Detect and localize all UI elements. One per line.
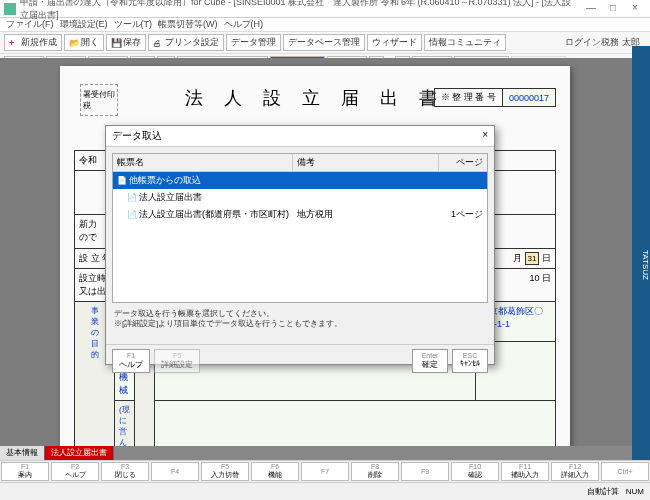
fkey-f7[interactable]: F7: [301, 462, 349, 481]
dialog-confirm-button[interactable]: Enter確定: [412, 349, 448, 373]
menu-tool[interactable]: ツール(T): [114, 18, 153, 31]
dialog-close-button[interactable]: ×: [482, 129, 488, 143]
new-button[interactable]: 新規作成: [4, 34, 62, 51]
fkey-f6[interactable]: F6機能: [251, 462, 299, 481]
db-manager-button[interactable]: データベース管理: [283, 34, 365, 51]
menu-file[interactable]: ファイル(F): [6, 18, 54, 31]
plus-icon: [9, 38, 19, 48]
list-item[interactable]: 法人設立届出書(都道府県・市区町村) 地方税用 1ページ: [113, 206, 487, 223]
doc-tab-basic[interactable]: 基本情報: [0, 446, 45, 460]
doc-tab-setup[interactable]: 法人設立届出書: [45, 446, 114, 460]
wizard-button[interactable]: ウィザード: [367, 34, 422, 51]
status-num: NUM: [626, 487, 644, 496]
data-import-dialog: データ取込 × 帳票名 備考 ページ 他帳票からの取込 法人設立届出書 法人設立…: [105, 125, 495, 365]
close-button[interactable]: ×: [624, 2, 646, 16]
printer-icon: [153, 38, 163, 48]
fkey-f12[interactable]: F12詳細入力: [551, 462, 599, 481]
maximize-button[interactable]: □: [602, 2, 624, 16]
dialog-hint-2: ※[詳細設定]より項目単位でデータ取込を行うこともできます。: [114, 319, 486, 329]
fkey-f9[interactable]: F9: [401, 462, 449, 481]
col-form-name[interactable]: 帳票名: [113, 154, 293, 171]
dialog-detail-button: F5詳細設定: [154, 349, 200, 373]
right-brand-bar: TATSUZ: [632, 46, 650, 480]
app-icon: [4, 3, 16, 15]
status-autocalc: 自動計算: [587, 487, 619, 496]
fkey-f4[interactable]: F4: [151, 462, 199, 481]
document-icon: [127, 192, 139, 202]
document-icon: [117, 175, 129, 185]
fkey-ctrl[interactable]: Ctrl+: [601, 462, 649, 481]
menu-forms[interactable]: 帳票切替等(W): [158, 18, 218, 31]
dialog-hint-1: データ取込を行う帳票を選択してください。: [114, 309, 486, 319]
open-button[interactable]: 開く: [64, 34, 104, 51]
fkey-f5[interactable]: F5入力切替: [201, 462, 249, 481]
community-button[interactable]: 情報コミュニティ: [424, 34, 506, 51]
fkey-f10[interactable]: F10確認: [451, 462, 499, 481]
fkey-f3[interactable]: F3閉じる: [101, 462, 149, 481]
fkey-f8[interactable]: F8削除: [351, 462, 399, 481]
col-page[interactable]: ページ: [439, 154, 487, 171]
document-icon: [127, 209, 139, 219]
dialog-cancel-button[interactable]: ESCｷｬﾝｾﾙ: [452, 349, 488, 373]
menu-env[interactable]: 環境設定(E): [60, 18, 108, 31]
folder-open-icon: [69, 38, 79, 48]
fkey-f1[interactable]: F1案内: [1, 462, 49, 481]
save-icon: [111, 38, 121, 48]
save-button[interactable]: 保存: [106, 34, 146, 51]
data-manager-button[interactable]: データ管理: [226, 34, 281, 51]
import-list: 帳票名 備考 ページ 他帳票からの取込 法人設立届出書 法人設立届出書(都道府県…: [112, 153, 488, 303]
printer-setting-button[interactable]: プリンタ設定: [148, 34, 224, 51]
dialog-help-button[interactable]: F1ヘルプ: [112, 349, 150, 373]
list-item[interactable]: 法人設立届出書: [113, 189, 487, 206]
dialog-title: データ取込: [112, 129, 162, 143]
menu-help[interactable]: ヘルプ(H): [224, 18, 264, 31]
fkey-f11[interactable]: F11補助入力: [501, 462, 549, 481]
minimize-button[interactable]: —: [580, 2, 602, 16]
col-note[interactable]: 備考: [293, 154, 439, 171]
fkey-f2[interactable]: F2ヘルプ: [51, 462, 99, 481]
list-item[interactable]: 他帳票からの取込: [113, 172, 487, 189]
